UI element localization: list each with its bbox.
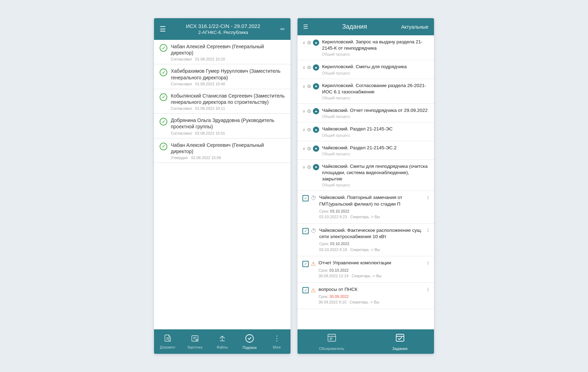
chevron-icon-1: ∨ <box>302 40 306 45</box>
sig-item-5: Чабан Алексей Сергеевич (Генеральный дир… <box>154 138 290 163</box>
task-title-10: Отчет Управление комплектации <box>318 260 424 266</box>
task-item-11[interactable]: ⚠ вопросы от ПНСК Срок: 30.09.2022 30.09… <box>298 283 434 309</box>
task-body-8: Чайковский. Повторный замечания от ГМТ(у… <box>319 194 424 220</box>
task-sub-1: Общий процесс <box>322 52 429 56</box>
sig-name-1: Чабан Алексей Сергеевич (Генеральный дир… <box>171 43 285 56</box>
task-controls-5: ∨ ⚙ <box>302 127 319 133</box>
task-meta-9: Срок: 03.10.2022 03.10.2022 8:18 Секрета… <box>319 241 424 252</box>
svg-point-6 <box>196 339 197 341</box>
task-sender-10: 30.09.2022 12:19 Секретарь -> Вы <box>318 274 382 278</box>
files-icon <box>218 334 226 344</box>
deadline-val-urgent-11: 30.09.2022 <box>329 294 349 299</box>
more-icon <box>273 334 281 344</box>
task-item-4[interactable]: ∨ ⚙ Чайковский. Отчет генподрядчика от 2… <box>298 104 434 122</box>
task-item-5[interactable]: ∨ ⚙ Чайковский. Раздел 21-2145-ЭС Общий … <box>298 122 434 141</box>
checkbox-icon-10 <box>302 261 309 267</box>
nav-label-more: More <box>273 345 281 349</box>
sig-name-4: Добрянина Ольга Эдуардовна (Руководитель… <box>171 117 285 130</box>
sig-text-5: Чабан Алексей Сергеевич (Генеральный дир… <box>171 142 285 160</box>
chevron-icon-5: ∨ <box>302 127 306 132</box>
task-item-1[interactable]: ∨ ⚙ Кирилловский. Запрос на выдачу разде… <box>298 35 434 60</box>
sig-item-4: Добрянина Ольга Эдуардовна (Руководитель… <box>154 114 290 138</box>
svg-point-10 <box>246 335 253 342</box>
clock-icon-9: ⏱ <box>311 228 316 234</box>
nav-label-files: Файлы <box>217 345 228 349</box>
task-controls-2: ∨ ⚙ <box>302 64 319 71</box>
process-icon-6: ⚙ <box>307 146 312 151</box>
task-body-10: Отчет Управление комплектации Срок: 03.1… <box>318 260 424 279</box>
task-item-3[interactable]: ∨ ⚙ Кирилловский. Согласование раздела 2… <box>298 79 434 104</box>
task-sub-3: Общий процесс <box>322 96 429 100</box>
deadline-val-10: 03.10.2022 <box>329 268 349 272</box>
task-count-9: 1 <box>427 228 429 233</box>
left-edit-icon[interactable]: ✏ <box>280 26 285 33</box>
task-sender-8: 03.10.2022 8:23 Секретарь -> Вы <box>319 215 380 219</box>
chevron-icon-6: ∨ <box>302 146 306 151</box>
sig-meta-1: Согласовал 01.08.2022 10:20 <box>171 57 285 61</box>
task-controls-4: ∨ ⚙ <box>302 108 319 114</box>
task-body-9: Чайковский. Фактическое расположеение су… <box>319 227 424 252</box>
task-body-11: вопросы от ПНСК Срок: 30.09.2022 30.09.2… <box>318 286 424 305</box>
play-icon-3 <box>313 83 319 90</box>
nav-item-card[interactable]: Карточка <box>181 329 209 354</box>
task-title-4: Чайковский. Отчет генподрядчика от 29.09… <box>322 107 429 114</box>
left-title-block: ИСХ 316.1/22-CIN - 29.07.2022 2-АГНКС-6.… <box>170 23 276 35</box>
clock-icon-8: ⏱ <box>311 195 316 201</box>
sig-name-2: Хабибрахимов Гумер Нуруллович (Заместите… <box>171 68 285 80</box>
checkbox-icon-9 <box>302 228 309 234</box>
right-screen: ☰ Задания Актуальные ∨ ⚙ Кирилловский. З… <box>298 18 434 354</box>
sig-item-3: Кобылянский Станислав Сергеевич (Замести… <box>154 89 290 114</box>
deadline-label-9: Срок: <box>319 242 330 246</box>
task-body-3: Кирилловский. Согласование раздела 26-20… <box>322 83 429 100</box>
nav-item-files[interactable]: Файлы <box>209 329 236 354</box>
right-header: ☰ Задания Актуальные <box>298 18 434 35</box>
task-count-10: 1 <box>427 260 429 265</box>
svg-rect-18 <box>396 334 404 341</box>
task-item-9[interactable]: ⏱ Чайковский. Фактическое расположеение … <box>298 224 434 256</box>
deadline-label-11: Срок: <box>318 294 329 299</box>
sig-name-3: Кобылянский Станислав Сергеевич (Замести… <box>171 93 285 105</box>
task-item-8[interactable]: ⏱ Чайковский. Повторный замечания от ГМТ… <box>298 191 434 223</box>
document-icon <box>163 334 172 344</box>
left-hamburger-icon[interactable]: ☰ <box>160 25 166 33</box>
task-item-7[interactable]: ∨ ⚙ Чайковский. Сметы для генподрядчика … <box>298 160 434 191</box>
task-item-6[interactable]: ∨ ⚙ Чайковский. Раздел 21-2145-ЭС.2 Общи… <box>298 141 434 160</box>
nav-item-more[interactable]: More <box>263 329 290 354</box>
svg-rect-14 <box>328 334 336 341</box>
svg-point-12 <box>276 338 278 339</box>
nav-label-tasks: Задания <box>392 346 407 351</box>
right-title: Задания <box>312 23 397 30</box>
nav-item-observer[interactable]: Обозреватель <box>298 329 366 354</box>
signatures-icon <box>245 334 254 344</box>
task-item-10[interactable]: ⚠ Отчет Управление комплектации Срок: 03… <box>298 256 434 282</box>
task-sub-7: Общий процесс <box>322 183 429 187</box>
nav-item-tasks[interactable]: Задания <box>366 329 434 354</box>
deadline-label-10: Срок: <box>318 268 329 272</box>
play-icon-2 <box>313 64 319 71</box>
sig-check-3 <box>160 93 167 101</box>
task-meta-8: Срок: 03.10.2022 03.10.2022 8:23 Секрета… <box>319 208 424 220</box>
card-icon <box>191 334 199 344</box>
task-controls-7: ∨ ⚙ <box>302 164 319 170</box>
task-controls-1: ∨ ⚙ <box>302 40 319 46</box>
process-icon-7: ⚙ <box>307 164 312 170</box>
task-sub-5: Общий процесс <box>322 133 429 137</box>
nav-label-observer: Обозреватель <box>319 346 344 351</box>
svg-point-11 <box>276 335 278 336</box>
task-meta-10: Срок: 03.10.2022 30.09.2022 12:19 Секрет… <box>318 267 424 279</box>
play-icon-4 <box>313 108 319 114</box>
deadline-label-8: Срок: <box>319 209 330 213</box>
task-title-8: Чайковский. Повторный замечания от ГМТ(у… <box>319 194 424 207</box>
task-title-5: Чайковский. Раздел 21-2145-ЭС <box>322 126 429 132</box>
chevron-icon-2: ∨ <box>302 65 306 70</box>
svg-line-8 <box>220 336 222 338</box>
nav-item-signatures[interactable]: Подписи <box>236 329 263 354</box>
nav-item-document[interactable]: Документ <box>154 329 181 354</box>
task-body-2: Кирилловский. Сметы для подрядчика Общий… <box>322 64 429 75</box>
right-filter[interactable]: Актуальные <box>401 24 428 30</box>
task-item-2[interactable]: ∨ ⚙ Кирилловский. Сметы для подрядчика О… <box>298 60 434 79</box>
left-screen: ☰ ИСХ 316.1/22-CIN - 29.07.2022 2-АГНКС-… <box>154 18 290 354</box>
right-hamburger-icon[interactable]: ☰ <box>303 23 308 30</box>
sig-item-2: Хабибрахимов Гумер Нуруллович (Заместите… <box>154 64 290 89</box>
sig-text-2: Хабибрахимов Гумер Нуруллович (Заместите… <box>171 68 285 86</box>
